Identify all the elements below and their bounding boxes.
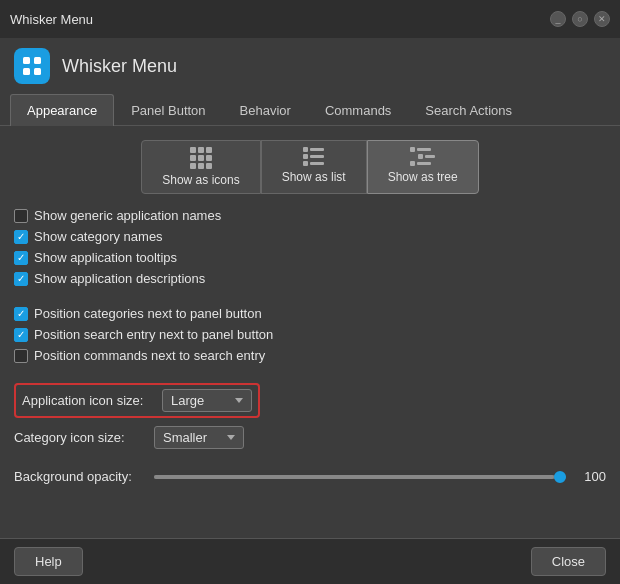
- checkbox-position-categories-label: Position categories next to panel button: [34, 306, 262, 321]
- checkbox-app-tooltips-input[interactable]: [14, 251, 28, 265]
- app-icon: [14, 48, 50, 84]
- tab-panel-button[interactable]: Panel Button: [114, 94, 222, 126]
- view-tree-button[interactable]: Show as tree: [367, 140, 479, 194]
- checkbox-position-categories[interactable]: Position categories next to panel button: [14, 306, 606, 321]
- close-button[interactable]: Close: [531, 547, 606, 576]
- titlebar-left: Whisker Menu: [10, 12, 93, 27]
- category-icon-size-value: Smaller: [163, 430, 207, 445]
- footer: Help Close: [0, 538, 620, 584]
- titlebar: Whisker Menu _ ○ ✕: [0, 0, 620, 38]
- view-list-button[interactable]: Show as list: [261, 140, 367, 194]
- checkbox-generic-names[interactable]: Show generic application names: [14, 208, 606, 223]
- checkbox-position-commands-label: Position commands next to search entry: [34, 348, 265, 363]
- tab-bar: Appearance Panel Button Behavior Command…: [0, 94, 620, 126]
- svg-rect-3: [34, 68, 41, 75]
- checkbox-position-commands[interactable]: Position commands next to search entry: [14, 348, 606, 363]
- category-icon-size-row: Category icon size: Smaller: [14, 426, 606, 449]
- titlebar-title: Whisker Menu: [10, 12, 93, 27]
- checkbox-position-search-input[interactable]: [14, 328, 28, 342]
- slider-thumb: [554, 471, 566, 483]
- maximize-button[interactable]: ○: [572, 11, 588, 27]
- titlebar-controls: _ ○ ✕: [550, 11, 610, 27]
- checkbox-app-tooltips-label: Show application tooltips: [34, 250, 177, 265]
- help-button[interactable]: Help: [14, 547, 83, 576]
- view-icons-button[interactable]: Show as icons: [141, 140, 260, 194]
- main-window: Whisker Menu _ ○ ✕ Whisker Menu Appearan…: [0, 0, 620, 584]
- checkbox-app-descriptions-input[interactable]: [14, 272, 28, 286]
- tab-behavior[interactable]: Behavior: [223, 94, 308, 126]
- app-icon-size-row: Application icon size: Large: [14, 383, 260, 418]
- checkbox-app-descriptions[interactable]: Show application descriptions: [14, 271, 606, 286]
- view-icons-label: Show as icons: [162, 173, 239, 187]
- svg-rect-0: [23, 57, 30, 64]
- checkbox-position-commands-input[interactable]: [14, 349, 28, 363]
- app-title: Whisker Menu: [62, 56, 177, 77]
- category-icon-size-arrow: [227, 435, 235, 440]
- checkbox-app-descriptions-label: Show application descriptions: [34, 271, 205, 286]
- slider-fill: [154, 475, 554, 479]
- minimize-button[interactable]: _: [550, 11, 566, 27]
- checkbox-position-search[interactable]: Position search entry next to panel butt…: [14, 327, 606, 342]
- checkbox-category-names-label: Show category names: [34, 229, 163, 244]
- bg-opacity-row: Background opacity: 100: [14, 469, 606, 484]
- display-options-group: Show generic application names Show cate…: [14, 208, 606, 286]
- bg-opacity-value: 100: [576, 469, 606, 484]
- checkbox-position-categories-input[interactable]: [14, 307, 28, 321]
- app-icon-size-label: Application icon size:: [22, 393, 152, 408]
- app-icon-size-value: Large: [171, 393, 204, 408]
- bg-opacity-slider[interactable]: [154, 475, 566, 479]
- view-tree-label: Show as tree: [388, 170, 458, 184]
- tab-commands[interactable]: Commands: [308, 94, 408, 126]
- tab-appearance[interactable]: Appearance: [10, 94, 114, 126]
- icons-icon: [190, 147, 212, 169]
- svg-rect-1: [34, 57, 41, 64]
- checkbox-generic-names-input[interactable]: [14, 209, 28, 223]
- tab-search-actions[interactable]: Search Actions: [408, 94, 529, 126]
- checkbox-category-names[interactable]: Show category names: [14, 229, 606, 244]
- content-area: Show as icons Show as list Show as tree: [0, 126, 620, 538]
- app-header: Whisker Menu: [0, 38, 620, 94]
- view-list-label: Show as list: [282, 170, 346, 184]
- tree-icon: [410, 147, 435, 166]
- app-icon-size-dropdown[interactable]: Large: [162, 389, 252, 412]
- checkbox-generic-names-label: Show generic application names: [34, 208, 221, 223]
- category-icon-size-label: Category icon size:: [14, 430, 144, 445]
- checkbox-position-search-label: Position search entry next to panel butt…: [34, 327, 273, 342]
- list-icon: [303, 147, 324, 166]
- view-button-group: Show as icons Show as list Show as tree: [141, 140, 478, 194]
- close-window-button[interactable]: ✕: [594, 11, 610, 27]
- bg-opacity-label: Background opacity:: [14, 469, 144, 484]
- category-icon-size-dropdown[interactable]: Smaller: [154, 426, 244, 449]
- checkbox-category-names-input[interactable]: [14, 230, 28, 244]
- svg-rect-2: [23, 68, 30, 75]
- checkbox-app-tooltips[interactable]: Show application tooltips: [14, 250, 606, 265]
- position-options-group: Position categories next to panel button…: [14, 306, 606, 363]
- app-icon-size-arrow: [235, 398, 243, 403]
